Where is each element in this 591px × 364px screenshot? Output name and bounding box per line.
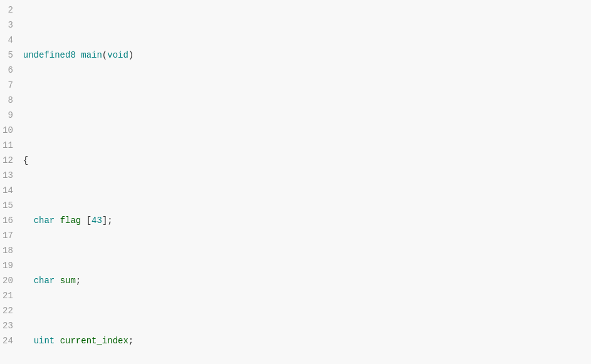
line-num-9: 9: [0, 108, 18, 123]
code-line-2: undefined8 main(void): [23, 48, 591, 63]
line-num-17: 17: [0, 228, 18, 243]
line-numbers: 2 3 4 5 6 7 8 9 10 11 12 13 14 15 16 17 …: [0, 0, 18, 364]
line-num-16: 16: [0, 213, 18, 228]
line-num-20: 20: [0, 273, 18, 288]
line-num-12: 12: [0, 153, 18, 168]
line-num-15: 15: [0, 198, 18, 213]
line-num-19: 19: [0, 258, 18, 273]
code-editor: 2 3 4 5 6 7 8 9 10 11 12 13 14 15 16 17 …: [0, 0, 591, 364]
line-num-5: 5: [0, 48, 18, 63]
code-lines: undefined8 main(void) { char flag [43]; …: [18, 0, 591, 364]
code-line-6: char sum;: [23, 273, 591, 288]
code-line-4: {: [23, 153, 591, 168]
line-num-8: 8: [0, 93, 18, 108]
line-num-23: 23: [0, 318, 18, 333]
line-num-2: 2: [0, 3, 18, 18]
line-num-18: 18: [0, 243, 18, 258]
line-num-6: 6: [0, 63, 18, 78]
code-line-7: uint current_index;: [23, 333, 591, 348]
line-num-4: 4: [0, 33, 18, 48]
line-num-11: 11: [0, 138, 18, 153]
code-line-5: char flag [43];: [23, 213, 591, 228]
line-num-10: 10: [0, 123, 18, 138]
line-num-21: 21: [0, 288, 18, 303]
line-num-22: 22: [0, 303, 18, 318]
line-num-7: 7: [0, 78, 18, 93]
line-num-13: 13: [0, 168, 18, 183]
line-num-24: 24: [0, 333, 18, 348]
line-num-3: 3: [0, 18, 18, 33]
line-num-14: 14: [0, 183, 18, 198]
